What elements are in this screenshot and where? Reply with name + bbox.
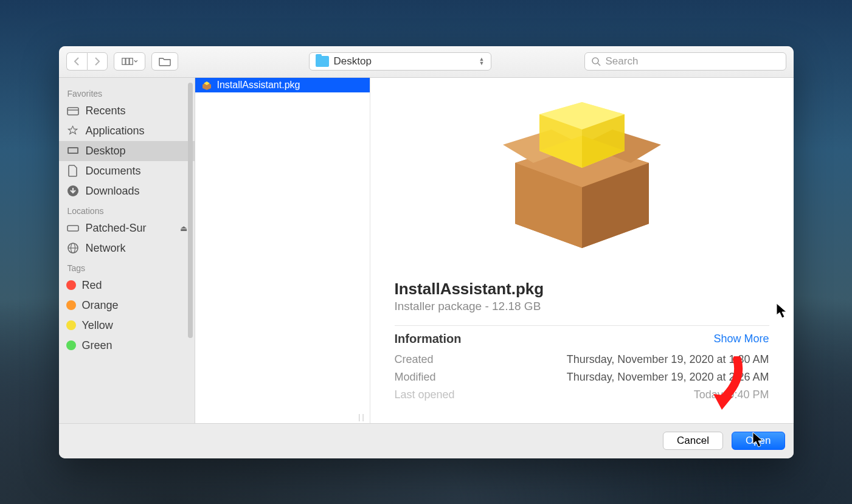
recents-icon — [66, 105, 80, 117]
view-mode-button[interactable] — [114, 52, 145, 71]
network-icon — [66, 242, 80, 254]
package-icon — [497, 102, 667, 260]
sidebar-item-label: Downloads — [86, 185, 140, 198]
sidebar-item-label: Documents — [86, 165, 141, 178]
sidebar-item-label: Recents — [86, 105, 126, 117]
preview-meta-created: Created Thursday, November 19, 2020 at 1… — [395, 351, 769, 368]
svg-rect-0 — [122, 58, 125, 64]
show-more-link[interactable]: Show More — [713, 333, 769, 345]
divider — [395, 325, 769, 326]
sidebar-item-label: Orange — [82, 299, 119, 312]
downloads-icon — [66, 185, 80, 197]
nav-back-button[interactable] — [66, 52, 87, 71]
sidebar-tag-orange[interactable]: Orange — [59, 295, 195, 316]
preview-kind-size: Installer package - 12.18 GB — [395, 300, 541, 313]
file-item-installassistant[interactable]: InstallAssistant.pkg — [195, 78, 370, 92]
preview-filename: InstallAssistant.pkg — [395, 280, 544, 299]
dialog-body: Favorites Recents Applications Desktop D… — [59, 78, 794, 423]
cancel-button[interactable]: Cancel — [663, 432, 723, 450]
sidebar-section-favorites: Favorites — [59, 84, 195, 101]
svg-point-3 — [592, 58, 598, 64]
location-label: Desktop — [334, 55, 372, 67]
folder-plain-icon — [159, 57, 171, 66]
sidebar-tag-yellow[interactable]: Yellow — [59, 316, 195, 336]
svg-rect-10 — [68, 226, 78, 231]
sidebar-item-label: Red — [82, 279, 102, 292]
sidebar-item-label: Green — [82, 339, 113, 352]
svg-rect-8 — [69, 148, 77, 153]
tag-dot-icon — [66, 320, 76, 330]
open-file-dialog: Desktop ▲▼ Search Favorites Recents — [59, 46, 794, 458]
file-column[interactable]: InstallAssistant.pkg || — [195, 78, 370, 423]
sidebar-item-patched-sur[interactable]: Patched-Sur ⏏ — [59, 218, 195, 238]
sidebar-tag-green[interactable]: Green — [59, 336, 195, 356]
svg-rect-5 — [68, 108, 78, 115]
meta-value: Thursday, November 19, 2020 at 1:30 AM — [567, 353, 769, 366]
columns-icon — [122, 57, 137, 66]
desktop-icon — [66, 145, 80, 157]
sidebar-item-label: Desktop — [86, 145, 126, 157]
meta-value: Thursday, November 19, 2020 at 2:26 AM — [567, 371, 769, 384]
sidebar-scrollbar[interactable] — [188, 83, 193, 338]
sidebar-item-applications[interactable]: Applications — [59, 121, 195, 141]
preview-meta-lastopened: Last opened Today, 9:40 PM — [395, 386, 769, 404]
chevron-left-icon — [74, 57, 80, 66]
preview-info-header: Information — [395, 332, 462, 346]
preview-meta-modified: Modified Thursday, November 19, 2020 at … — [395, 368, 769, 386]
disk-icon — [66, 222, 80, 234]
sidebar-item-label: Yellow — [82, 319, 113, 332]
meta-label: Last opened — [395, 388, 455, 401]
preview-pane: InstallAssistant.pkg Installer package -… — [370, 78, 794, 423]
eject-icon[interactable]: ⏏ — [180, 224, 187, 233]
dialog-toolbar: Desktop ▲▼ Search — [59, 46, 794, 78]
search-field[interactable]: Search — [584, 52, 786, 71]
tag-dot-icon — [66, 340, 76, 350]
nav-forward-button[interactable] — [87, 52, 108, 71]
search-placeholder: Search — [606, 55, 639, 67]
updown-chevron-icon: ▲▼ — [479, 57, 485, 66]
sidebar-item-downloads[interactable]: Downloads — [59, 181, 195, 201]
sidebar[interactable]: Favorites Recents Applications Desktop D… — [59, 78, 195, 423]
svg-rect-2 — [130, 58, 133, 64]
documents-icon — [66, 165, 80, 177]
applications-icon — [66, 125, 80, 137]
svg-rect-1 — [125, 58, 128, 64]
open-button[interactable]: Open — [732, 432, 785, 450]
sidebar-item-desktop[interactable]: Desktop — [59, 141, 195, 161]
tag-dot-icon — [66, 300, 76, 310]
svg-line-4 — [598, 63, 600, 66]
sidebar-section-tags: Tags — [59, 258, 195, 275]
column-resize-handle[interactable]: || — [358, 413, 365, 421]
sidebar-item-recents[interactable]: Recents — [59, 101, 195, 121]
meta-value: Today, 9:40 PM — [694, 388, 769, 401]
sidebar-item-label: Patched-Sur — [86, 222, 147, 235]
meta-label: Modified — [395, 371, 436, 384]
search-icon — [591, 57, 601, 66]
sidebar-item-label: Applications — [86, 125, 145, 137]
folder-icon — [316, 56, 329, 67]
sidebar-section-locations: Locations — [59, 201, 195, 218]
pkg-file-icon — [201, 80, 212, 91]
chevron-right-icon — [94, 57, 100, 66]
location-popup[interactable]: Desktop ▲▼ — [309, 52, 491, 71]
sidebar-item-documents[interactable]: Documents — [59, 161, 195, 181]
sidebar-item-label: Network — [86, 242, 126, 255]
file-item-label: InstallAssistant.pkg — [217, 80, 300, 91]
meta-label: Created — [395, 353, 434, 366]
sidebar-item-network[interactable]: Network — [59, 238, 195, 258]
dialog-footer: Cancel Open — [59, 423, 794, 458]
group-button[interactable] — [151, 52, 178, 71]
tag-dot-icon — [66, 280, 76, 290]
sidebar-tag-red[interactable]: Red — [59, 275, 195, 295]
